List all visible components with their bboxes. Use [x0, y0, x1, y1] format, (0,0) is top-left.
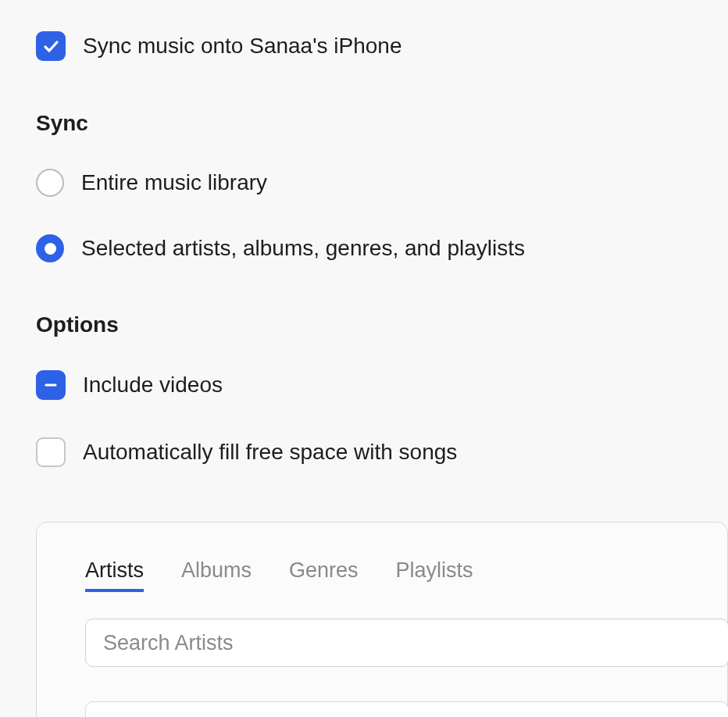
list-container: [85, 701, 728, 717]
tab-albums[interactable]: Albums: [181, 558, 252, 592]
search-container: [85, 619, 728, 667]
dash-icon: [43, 377, 59, 393]
sync-heading: Sync: [36, 111, 728, 136]
auto-fill-checkbox[interactable]: [36, 437, 66, 467]
tab-genres[interactable]: Genres: [289, 558, 359, 592]
tab-playlists[interactable]: Playlists: [396, 558, 473, 592]
include-videos-label: Include videos: [83, 373, 223, 398]
options-heading: Options: [36, 312, 728, 337]
radio-selected-items[interactable]: [36, 234, 64, 262]
sync-music-row: Sync music onto Sanaa's iPhone: [36, 31, 728, 61]
include-videos-row: Include videos: [36, 370, 728, 400]
search-input[interactable]: [85, 619, 728, 667]
auto-fill-row: Automatically fill free space with songs: [36, 437, 728, 467]
sync-music-label: Sync music onto Sanaa's iPhone: [83, 34, 401, 59]
radio-entire-library[interactable]: [36, 169, 64, 197]
radio-entire-row: Entire music library: [36, 169, 728, 197]
auto-fill-label: Automatically fill free space with songs: [83, 440, 457, 465]
radio-entire-label: Entire music library: [81, 170, 267, 195]
tab-artists[interactable]: Artists: [85, 558, 144, 592]
include-videos-checkbox[interactable]: [36, 370, 66, 400]
radio-selected-label: Selected artists, albums, genres, and pl…: [81, 236, 525, 261]
sync-music-checkbox[interactable]: [36, 31, 66, 61]
checkmark-icon: [42, 37, 59, 55]
tab-bar: Artists Albums Genres Playlists: [85, 558, 727, 592]
content-panel: Artists Albums Genres Playlists: [36, 522, 728, 717]
radio-selected-row: Selected artists, albums, genres, and pl…: [36, 234, 728, 262]
